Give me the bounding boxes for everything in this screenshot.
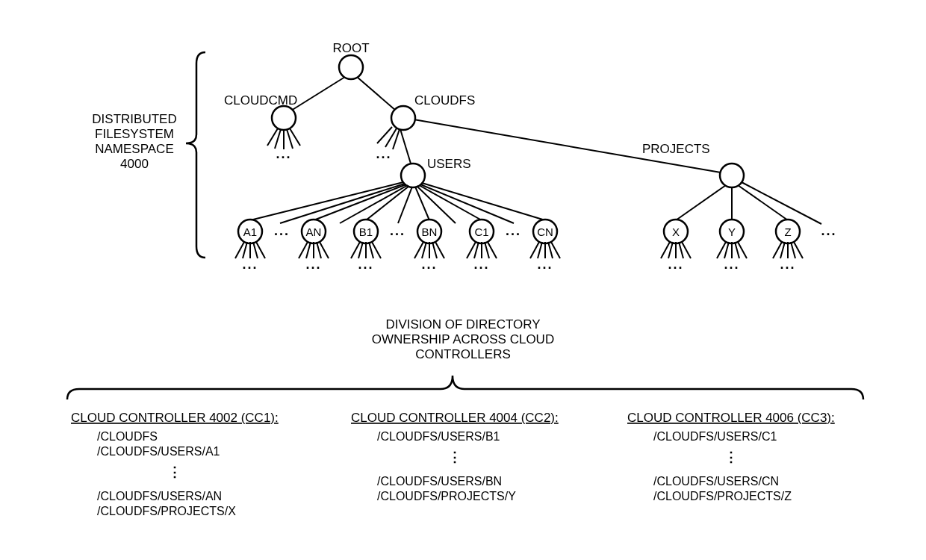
- users-label: USERS: [427, 157, 471, 171]
- controller-path: /CLOUDFS/USERS/C1: [653, 430, 777, 443]
- controller-col-1: CLOUD CONTROLLER 4002 (CC1):/CLOUDFS/CLO…: [71, 411, 279, 517]
- svg-line-30: [676, 185, 726, 220]
- node-projects: PROJECTS: [642, 142, 744, 187]
- controller-title: CLOUD CONTROLLER 4004 (CC2):: [351, 411, 559, 425]
- node-cloudcmd: CLOUDCMD ...: [224, 93, 300, 161]
- leaf-label: X: [672, 225, 680, 238]
- svg-line-24: [422, 183, 545, 220]
- svg-text:...: ...: [305, 257, 321, 272]
- edges-users-leaves: [250, 182, 545, 223]
- division-brace-icon: [67, 376, 863, 399]
- vdots-icon: ⋮: [168, 464, 181, 479]
- controller-path: /CLOUDFS/USERS/AN: [97, 490, 222, 503]
- cloudfs-label: CLOUDFS: [414, 93, 475, 108]
- svg-line-27: [398, 187, 412, 223]
- svg-line-1: [357, 77, 396, 111]
- leaf-label: C1: [474, 225, 488, 238]
- svg-line-26: [340, 185, 408, 223]
- controller-path: /CLOUDFS/PROJECTS/Y: [377, 490, 516, 503]
- controllers-columns: CLOUD CONTROLLER 4002 (CC1):/CLOUDFS/CLO…: [71, 411, 835, 517]
- namespace-brace-icon: [186, 52, 205, 258]
- subtree-dots-icon: ...: [267, 128, 300, 161]
- division-label-line1: DIVISION OF DIRECTORY: [385, 317, 540, 332]
- leaf-node-b1: B1...: [351, 220, 381, 272]
- root-label: ROOT: [332, 41, 369, 55]
- svg-text:...: ...: [242, 257, 258, 272]
- projects-label: PROJECTS: [642, 142, 710, 156]
- controller-path: /CLOUDFS: [97, 430, 158, 443]
- svg-line-23: [419, 185, 482, 220]
- svg-text:...: ...: [421, 257, 437, 272]
- controller-path: /CLOUDFS/USERS/A1: [97, 445, 220, 458]
- filesystem-diagram: ROOT CLOUDCMD ... ... CLOUDFS USERS: [0, 0, 926, 560]
- controller-path: /CLOUDFS/PROJECTS/X: [97, 505, 236, 517]
- svg-line-33: [742, 182, 821, 224]
- controller-path: /CLOUDFS/USERS/B1: [377, 430, 500, 443]
- svg-text:...: ...: [276, 146, 291, 161]
- vdots-icon: ⋮: [448, 449, 462, 464]
- svg-text:...: ...: [780, 257, 795, 272]
- users-leaves: A1......AN...B1......BN...C1......CN...: [235, 220, 560, 272]
- controller-title: CLOUD CONTROLLER 4002 (CC1):: [71, 411, 279, 425]
- leaf-label: B1: [359, 225, 373, 238]
- leaf-node-a1: A1...: [235, 220, 265, 272]
- svg-text:...: ...: [668, 257, 683, 272]
- projects-leaves: X...Y...Z...: [661, 220, 803, 272]
- leaf-node-bn: BN...: [414, 220, 444, 272]
- leaf-node-cn: CN...: [530, 220, 560, 272]
- svg-point-2: [339, 55, 363, 79]
- svg-text:...: ...: [376, 146, 391, 161]
- controller-col-3: CLOUD CONTROLLER 4006 (CC3):/CLOUDFS/USE…: [627, 411, 835, 503]
- svg-point-3: [272, 106, 296, 130]
- controller-col-2: CLOUD CONTROLLER 4004 (CC2):/CLOUDFS/USE…: [351, 411, 559, 503]
- leaf-label: CN: [537, 225, 553, 238]
- leaf-label: BN: [422, 225, 438, 238]
- svg-line-0: [291, 77, 345, 111]
- node-users: USERS: [401, 157, 471, 187]
- division-label-line3: CONTROLLERS: [415, 347, 511, 361]
- leaf-label: Y: [728, 225, 736, 238]
- leaf-node-y: Y...: [717, 220, 747, 272]
- controller-path: /CLOUDFS/USERS/BN: [377, 475, 502, 488]
- controller-path: /CLOUDFS/USERS/CN: [653, 475, 779, 488]
- controller-title: CLOUD CONTROLLER 4006 (CC3):: [627, 411, 835, 425]
- svg-text:...: ...: [358, 257, 373, 272]
- namespace-label-line4: 4000: [120, 157, 149, 171]
- svg-point-18: [720, 164, 744, 187]
- svg-line-20: [314, 184, 406, 220]
- svg-text:...: ...: [274, 223, 290, 238]
- svg-text:...: ...: [537, 257, 553, 272]
- svg-text:...: ...: [473, 257, 489, 272]
- leaf-node-c1: C1...: [467, 220, 497, 272]
- svg-text:...: ...: [506, 223, 521, 238]
- leaf-node-x: X...: [661, 220, 691, 272]
- svg-text:...: ...: [390, 223, 405, 238]
- leaf-label: A1: [243, 225, 257, 238]
- svg-point-16: [391, 106, 415, 130]
- leaf-node-an: AN...: [299, 220, 329, 272]
- controller-path: /CLOUDFS/PROJECTS/Z: [653, 490, 792, 503]
- division-label-line2: OWNERSHIP ACROSS CLOUD: [372, 332, 554, 346]
- leaf-label: Z: [784, 225, 791, 238]
- svg-text:...: ...: [821, 223, 836, 238]
- svg-text:...: ...: [724, 257, 739, 272]
- leaf-label: AN: [306, 225, 322, 238]
- vdots-icon: ⋮: [724, 449, 738, 464]
- cloudcmd-label: CLOUDCMD: [224, 93, 297, 108]
- node-root: ROOT: [291, 41, 396, 111]
- namespace-label-line3: NAMESPACE: [95, 142, 174, 156]
- edges-projects-leaves: [676, 182, 821, 224]
- svg-line-10: [400, 129, 411, 164]
- leaf-node-z: Z...: [773, 220, 803, 272]
- namespace-label-line1: DISTRIBUTED: [92, 112, 176, 126]
- namespace-label-line2: FILESYSTEM: [95, 127, 174, 141]
